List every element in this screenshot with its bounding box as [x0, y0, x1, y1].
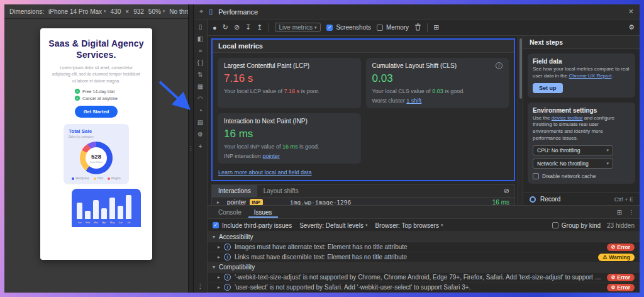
expand-caret-icon[interactable]: ▸	[218, 284, 220, 290]
crux-report-link[interactable]: Chrome UX Report	[569, 73, 611, 79]
network-throttle-select[interactable]: Network: No throttling ▾	[533, 159, 613, 169]
local-metrics-section: Local metrics Largest Contentful Paint (…	[211, 38, 515, 181]
issue-row[interactable]: ▸ 'user-select' is not supported by Safa…	[208, 283, 640, 293]
warning-icon: ⚠	[602, 254, 607, 260]
drag-dots-icon: ⋮	[188, 145, 194, 152]
inspect-icon[interactable]: ⌖	[199, 8, 203, 16]
card-subtitle: Sales by category	[69, 135, 124, 138]
inp-value: 16 ms	[224, 128, 355, 140]
network-conditions-icon[interactable]: ◠	[195, 95, 206, 102]
browser-select[interactable]: Browser: Top browsers ▾	[375, 222, 443, 229]
close-devtools-icon[interactable]: ✕	[628, 8, 634, 16]
feature-list: Free 14-day trial Cancel at anytime	[75, 89, 118, 101]
issue-row[interactable]: ▸ Images must have alternate text: Eleme…	[208, 242, 640, 252]
memory-checkbox[interactable]: Memory	[377, 24, 409, 31]
drawer-layout-icon[interactable]: ⊞	[617, 209, 622, 216]
worst-cluster-row: Worst cluster 1 shift	[372, 98, 503, 104]
record-icon[interactable]: ●	[213, 24, 217, 31]
viewport-height-input[interactable]: 932	[133, 8, 144, 15]
settings-gear-icon[interactable]: ⚙	[628, 23, 635, 31]
elements-panel-icon[interactable]: ◧	[195, 35, 206, 42]
checkbox-unchecked	[533, 173, 539, 179]
performance-panel-icon[interactable]: ◔	[195, 107, 206, 114]
next-steps-body: Field data See how your local metrics co…	[523, 49, 640, 193]
get-started-button[interactable]: Get Started	[75, 106, 118, 118]
clear-icon[interactable]: ⊘	[234, 23, 240, 31]
tab-console[interactable]: Console	[213, 207, 247, 218]
legend-dot	[72, 177, 74, 180]
sources-panel-icon[interactable]: { }	[195, 59, 206, 66]
tab-issues[interactable]: Issues	[248, 207, 278, 218]
donut-total-label: Total Sales	[90, 160, 103, 164]
reload-and-record-icon[interactable]: ↻	[223, 23, 228, 31]
legend-item: Html	[94, 177, 103, 180]
hidden-issues-count[interactable]: 23 hidden	[607, 222, 635, 229]
device-select[interactable]: iPhone 14 Pro Max ▾	[48, 8, 106, 15]
save-profile-icon[interactable]: ↥	[257, 23, 262, 31]
info-icon[interactable]	[496, 62, 502, 69]
lcp-description: Your local LCP value of 7.16 s is poor.	[224, 87, 355, 95]
device-toolbar-toggle-icon[interactable]: ▯	[209, 8, 213, 16]
issue-section-header[interactable]: ▾ Accessibility	[208, 232, 640, 242]
tab-interactions[interactable]: Interactions	[212, 185, 257, 197]
vertical-scrollbar[interactable]	[518, 36, 523, 205]
clear-log-icon[interactable]: ⊘	[504, 187, 509, 195]
device-toolbar: Dimensions: iPhone 14 Pro Max ▾ 430 × 93…	[4, 4, 188, 19]
history-select[interactable]: Live metrics ▾	[275, 23, 321, 32]
panel-resizer-handle[interactable]: ⋮	[188, 4, 194, 293]
learn-more-link[interactable]: Learn more about local and field data	[213, 169, 514, 180]
network-panel-icon[interactable]: ⇅	[195, 71, 206, 78]
metric-cards-grid: Largest Contentful Paint (LCP) 7.16 s Yo…	[213, 53, 514, 169]
issue-info-icon	[224, 244, 231, 250]
strip-overflow-icon[interactable]: ⋮	[195, 283, 206, 289]
tab-layout-shifts[interactable]: Layout shifts	[257, 185, 305, 197]
drawer-more-icon[interactable]: ⋮	[628, 209, 635, 216]
emulated-webpage: Saas & Digital Agency Services. Lorem ip…	[40, 28, 152, 260]
inp-interaction-link[interactable]: pointer	[262, 153, 280, 159]
settings-panel-icon[interactable]: ⚙	[195, 131, 206, 138]
panel-title: Performance	[218, 8, 258, 16]
device-toolbar-link[interactable]: device toolbar	[552, 115, 583, 121]
interaction-target[interactable]: img.wp-image-1296	[290, 199, 479, 205]
device-panel-icon[interactable]: ▯	[195, 23, 206, 30]
expand-caret-icon[interactable]: ▸	[218, 244, 220, 250]
screenshots-checkbox[interactable]: Screenshots	[326, 24, 371, 31]
donut-legend: Wordpress Html Plugins	[69, 177, 124, 180]
inp-interaction-row: INP interaction pointer	[224, 153, 355, 159]
issue-row[interactable]: ▸ Links must have discernible text: Elem…	[208, 252, 640, 262]
throttle-select[interactable]: No throttling	[169, 8, 188, 15]
expand-caret-icon[interactable]: ▸	[217, 199, 225, 205]
group-by-kind-checkbox[interactable]: Group by kind	[552, 222, 601, 229]
environment-settings-card: Environment settings Use the device tool…	[528, 103, 635, 184]
viewport-width-input[interactable]: 430	[111, 8, 121, 15]
cpu-throttle-select[interactable]: CPU: No throttling ▾	[533, 145, 613, 155]
worst-cluster-link[interactable]: 1 shift	[406, 98, 421, 104]
issue-section-header[interactable]: ▾ Compatibility	[208, 262, 640, 272]
application-panel-icon[interactable]: ▦	[195, 83, 206, 90]
third-party-checkbox[interactable]: Include third-party issues	[213, 222, 292, 229]
scrollbar-thumb[interactable]	[519, 38, 522, 99]
collapse-caret-icon[interactable]: ▾	[213, 234, 215, 240]
issue-row[interactable]: ▸ '-webkit-text-size-adjust' is not supp…	[208, 272, 640, 283]
field-data-card: Field data See how your local metrics co…	[528, 53, 635, 98]
disable-cache-checkbox[interactable]: Disable network cache	[533, 173, 630, 179]
console-panel-icon[interactable]: »	[195, 47, 206, 54]
severity-select[interactable]: Severity: Default levels ▾	[299, 222, 367, 229]
collapse-caret-icon[interactable]: ▾	[213, 264, 215, 270]
interaction-row[interactable]: ▸ pointer INP img.wp-image-1296 16 ms	[212, 198, 514, 205]
load-profile-icon[interactable]: ↧	[245, 23, 251, 31]
devtools-panel: ⌖ ▯ Performance ✕ ▯ ◧ » { } ⇅ ▦ ◠ ◔ ▤ ⚙	[194, 4, 640, 293]
trash-icon[interactable]	[414, 23, 421, 32]
expand-caret-icon[interactable]: ▸	[218, 254, 220, 260]
bar-chart-labels: Jan Feb Mar Apr May Jun Jul	[77, 221, 136, 224]
zoom-select[interactable]: 50% ▾	[148, 8, 165, 15]
metrics-area: Local metrics Largest Contentful Paint (…	[208, 36, 518, 205]
record-row[interactable]: Record Ctrl + E	[523, 193, 640, 205]
error-icon: ⊘	[611, 274, 616, 280]
set-up-button[interactable]: Set up	[533, 83, 563, 93]
memory-panel-icon[interactable]: ▤	[195, 119, 206, 126]
panel-layout-icon[interactable]: ⊞	[433, 23, 439, 31]
donut-total: 528	[91, 153, 101, 160]
expand-caret-icon[interactable]: ▸	[218, 274, 220, 280]
more-tools-icon[interactable]: +	[195, 143, 206, 150]
